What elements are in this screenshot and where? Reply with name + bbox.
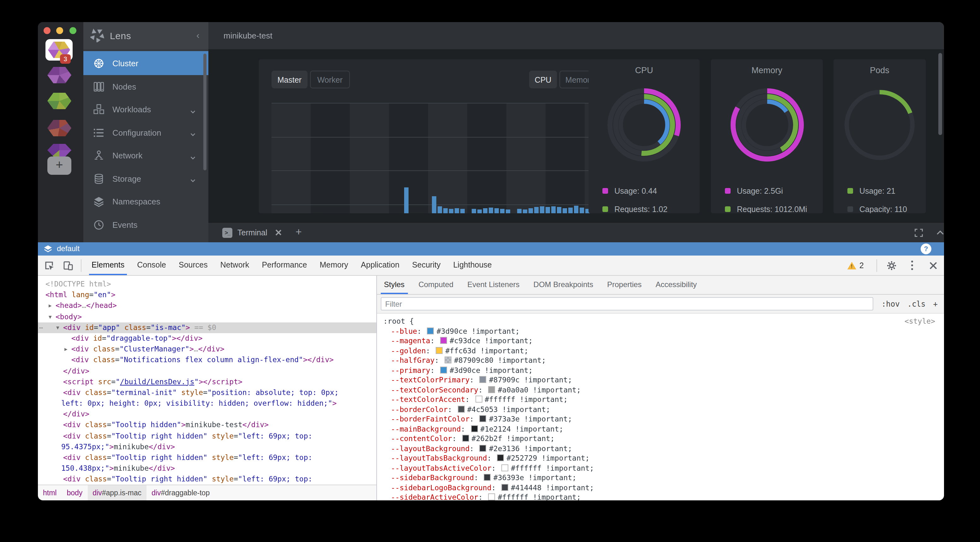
css-property[interactable]: --contentColor: #262b2f !important; [383, 434, 944, 444]
styles-tab-dom-breakpoints[interactable]: DOM Breakpoints [527, 276, 600, 294]
style-origin-link[interactable]: <style> [905, 317, 935, 326]
warning-count[interactable]: 2 [859, 261, 864, 270]
breadcrumb-item[interactable]: div#app.is-mac [88, 485, 146, 500]
terminal-add-tab-button[interactable]: + [296, 223, 302, 243]
color-swatch[interactable] [484, 474, 491, 481]
dom-node[interactable]: 95.4375px;">minikube</div> [38, 442, 376, 452]
styles-filter-input[interactable] [381, 297, 873, 311]
color-swatch[interactable] [440, 366, 447, 373]
breadcrumb-item[interactable]: html [38, 485, 62, 500]
dom-node[interactable]: <script src="/build/LensDev.js"></script… [38, 376, 376, 387]
css-property[interactable]: --halfGray: #87909c80 !important; [383, 356, 944, 366]
dom-node[interactable]: <div class="Tooltip right hidden" style=… [38, 474, 376, 485]
terminal-close-icon[interactable] [275, 229, 282, 236]
color-swatch[interactable] [480, 376, 487, 383]
master-tab[interactable]: Master [272, 71, 307, 88]
devtools-tab-lighthouse[interactable]: Lighthouse [447, 255, 498, 275]
dom-node[interactable]: left: 0px; height: 0px; visibility: hidd… [38, 398, 376, 409]
color-swatch[interactable] [480, 415, 487, 422]
macos-close-button[interactable] [44, 27, 51, 34]
css-property[interactable]: --textColorAccent: #ffffff !important; [383, 395, 944, 405]
dom-node[interactable]: ▶<head>…</head> [38, 301, 376, 311]
more-options-kebab-icon[interactable] [911, 265, 913, 266]
expand-arrow-open-icon[interactable]: ▼ [49, 311, 52, 322]
css-property[interactable]: --layoutTabsBackground: #252729 !importa… [383, 454, 944, 463]
dom-node[interactable]: <div class="Notifications flex column al… [38, 355, 376, 366]
cpu-tab[interactable]: CPU [529, 71, 557, 88]
dom-node[interactable]: </div> [38, 409, 376, 420]
devtools-tab-security[interactable]: Security [406, 255, 447, 275]
css-property[interactable]: --sidebarLogoBackground: #414448 !import… [383, 483, 944, 493]
devtools-close-icon[interactable] [929, 262, 936, 269]
expand-arrow-open-icon[interactable]: ▼ [56, 322, 59, 333]
sidebar-item-workloads[interactable]: Workloads [83, 98, 208, 121]
color-swatch[interactable] [440, 337, 447, 344]
css-property[interactable]: --sidebarActiveColor: #ffffff !important… [383, 493, 944, 500]
dom-node[interactable]: <div class="terminal-init" style="positi… [38, 387, 376, 398]
sidebar-item-cluster[interactable]: Cluster [83, 51, 208, 75]
chevron-down-icon[interactable] [190, 130, 196, 136]
cluster-icon-3[interactable] [47, 93, 72, 109]
color-swatch[interactable] [444, 357, 452, 363]
dom-node[interactable]: ▶<div class="ClusterManager">…</div> [38, 344, 376, 355]
sidebar-item-storage[interactable]: Storage [83, 167, 208, 190]
expand-arrow-closed-icon[interactable]: ▶ [49, 301, 52, 311]
css-property[interactable]: --borderFaintColor: #373a3e !important; [383, 415, 944, 424]
devtools-tab-performance[interactable]: Performance [255, 255, 313, 275]
color-swatch[interactable] [501, 464, 508, 471]
css-property[interactable]: --textColorPrimary: #87909c !important; [383, 376, 944, 385]
macos-minimize-button[interactable] [56, 27, 63, 34]
cluster-icon-5[interactable] [47, 144, 72, 157]
devtools-tab-memory[interactable]: Memory [313, 255, 355, 275]
chevron-down-icon[interactable] [190, 176, 196, 182]
styles-tab-computed[interactable]: Computed [411, 276, 460, 294]
node-gutter-menu[interactable]: ⋯ [39, 322, 43, 333]
color-swatch[interactable] [458, 406, 465, 412]
dom-node[interactable]: <!DOCTYPE html> [38, 279, 376, 290]
dom-node[interactable]: 150.438px;">minikube</div> [38, 463, 376, 474]
dom-node[interactable]: <div class="Tooltip right hidden" style=… [38, 431, 376, 441]
macos-zoom-button[interactable] [70, 27, 76, 34]
devtools-tab-elements[interactable]: Elements [85, 255, 131, 275]
styles-tab-styles[interactable]: Styles [377, 276, 411, 294]
css-property[interactable]: --layoutTabsActiveColor: #ffffff !import… [383, 463, 944, 473]
namespace-name[interactable]: default [57, 242, 80, 255]
styles-tab-event-listeners[interactable]: Event Listeners [460, 276, 526, 294]
color-swatch[interactable] [480, 445, 487, 452]
dom-node[interactable]: <div class="Tooltip right hidden" style=… [38, 452, 376, 463]
dom-node[interactable]: </div> [38, 366, 376, 376]
css-property[interactable]: --textColorSecondary: #a0a0a0 !important… [383, 385, 944, 395]
styles-tab-properties[interactable]: Properties [600, 276, 649, 294]
css-property[interactable]: --magenta: #c93dce !important; [383, 336, 944, 346]
dom-node[interactable]: <html lang="en"> [38, 290, 376, 300]
terminal-tab[interactable]: Terminal [237, 223, 267, 243]
cluster-icon-2[interactable] [47, 67, 72, 83]
color-swatch[interactable] [488, 493, 495, 500]
terminal-expand-icon[interactable] [914, 228, 923, 237]
sidebar-item-nodes[interactable]: Nodes [83, 75, 208, 98]
toggle-class-button[interactable]: .cls [907, 295, 926, 314]
devtools-tab-sources[interactable]: Sources [172, 255, 214, 275]
sidebar-item-configuration[interactable]: Configuration [83, 121, 208, 144]
warning-icon[interactable]: ! [847, 261, 856, 269]
css-property[interactable]: --layoutBackground: #2e3136 !important; [383, 444, 944, 454]
devtools-tab-network[interactable]: Network [214, 255, 256, 275]
sidebar-scrollbar[interactable] [203, 54, 207, 170]
device-toolbar-icon[interactable] [63, 260, 73, 270]
styles-tab-accessibility[interactable]: Accessibility [649, 276, 704, 294]
color-swatch[interactable] [497, 454, 504, 461]
chevron-down-icon[interactable] [190, 107, 196, 113]
dashboard-scrollbar[interactable] [938, 53, 942, 135]
devtools-tab-application[interactable]: Application [355, 255, 406, 275]
dom-node[interactable]: <div class="Tooltip hidden">minikube-tes… [38, 420, 376, 431]
css-property[interactable]: --borderColor: #4c5053 !important; [383, 405, 944, 415]
chevron-down-icon[interactable] [190, 153, 196, 159]
color-swatch[interactable] [462, 435, 469, 442]
color-swatch[interactable] [427, 327, 434, 334]
css-property[interactable]: --sidebarBackground: #36393e !important; [383, 473, 944, 483]
sidebar-item-network[interactable]: Network [83, 144, 208, 167]
settings-gear-icon[interactable] [886, 260, 897, 270]
css-property[interactable]: --mainBackground: #1e2124 !important; [383, 424, 944, 434]
sidebar-item-events[interactable]: Events [83, 213, 208, 236]
terminal-collapse-icon[interactable] [936, 228, 944, 237]
